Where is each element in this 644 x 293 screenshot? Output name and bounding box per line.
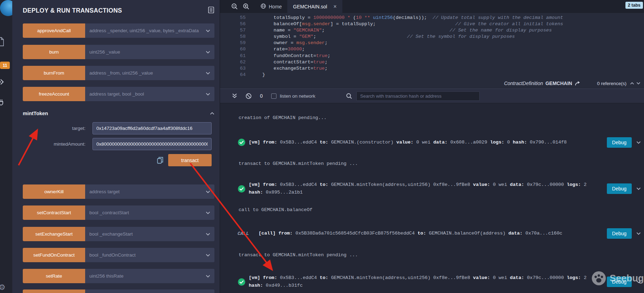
terminal-log-text: transact to GEMCHAIN.mintToken pending .… <box>220 161 644 167</box>
listen-on-network-checkbox[interactable] <box>271 93 276 99</box>
terminal-log[interactable]: creation of GEMCHAIN pending...[vm] from… <box>220 103 644 293</box>
function-row-approveAndCall: approveAndCalladdress _spender, uint256 … <box>23 23 214 38</box>
terminal-transaction-row: [vm] from: 0x5B3...eddC4 to: GEMCHAIN.mi… <box>220 274 644 289</box>
debug-button[interactable]: Debug <box>607 228 632 239</box>
terminal-search-input[interactable] <box>356 91 480 101</box>
params-placeholder: uint256 _value <box>89 49 203 55</box>
function-params-input[interactable]: bool _contractStart <box>85 205 214 220</box>
function-params-input[interactable]: bool _fundOnContract <box>85 248 214 262</box>
function-button-ownerKill[interactable]: ownerKill <box>23 184 85 199</box>
transaction-summary-line: [vm] from: 0x5B3...eddC4 to: GEMCHAIN.mi… <box>249 181 587 189</box>
deploy-run-panel: DEPLOY & RUN TRANSACTIONS approveAndCall… <box>12 0 220 293</box>
expand-sidebar-icon[interactable] <box>0 78 5 87</box>
code-text: contractStart=true; <box>246 59 328 65</box>
function-button-setExchangeStart[interactable]: setExchangeStart <box>23 227 85 241</box>
goto-definition-icon[interactable] <box>575 81 581 86</box>
function-params-input[interactable]: uint256 thisRate <box>85 269 214 283</box>
chevron-down-icon[interactable] <box>206 29 210 32</box>
function-params-input[interactable]: address _spender, uint256 _value, bytes … <box>85 23 214 38</box>
code-line: 61 fundOnContract=true; <box>220 53 644 59</box>
function-button-freezeAccount[interactable]: freezeAccount <box>23 87 85 101</box>
code-lines: 55 totalSupply = 10000000000 * (10 ** ui… <box>220 15 644 78</box>
transact-button[interactable]: transact <box>168 154 212 166</box>
chevron-down-icon[interactable] <box>206 233 210 236</box>
function-button-setFundOnContract[interactable]: setFundOnContract <box>23 248 85 262</box>
code-editor[interactable]: 55 totalSupply = 10000000000 * (10 ** ui… <box>220 13 644 78</box>
remix-ide-window: 11 ⚙ DEPLOY & RUN TRANSACTIONS approveAn… <box>0 0 644 293</box>
settings-gear-icon[interactable]: ⚙ <box>0 283 6 292</box>
code-text: exchangeStart=true; <box>246 65 328 72</box>
params-placeholder: uint256 thisRate <box>89 273 203 279</box>
function-params-input[interactable]: address _from, uint256 _value <box>85 66 214 80</box>
chevron-down-icon[interactable] <box>636 187 641 190</box>
tab-home[interactable]: Home <box>255 0 287 13</box>
line-number: 64 <box>220 72 246 78</box>
chevron-down-icon[interactable] <box>206 254 210 257</box>
mint-token-header[interactable]: mintToken <box>23 111 214 116</box>
target-input[interactable] <box>93 122 212 134</box>
transaction-summary-line: [call] from: 0x5B38Da6a701c568545dCfcB03… <box>259 230 562 237</box>
remix-logo-icon[interactable] <box>0 0 12 16</box>
chevron-down-icon[interactable] <box>206 72 210 75</box>
function-row-setFundOnContract: setFundOnContractbool _fundOnContract <box>23 248 214 262</box>
chevron-up-icon[interactable] <box>210 112 214 115</box>
mint-token-actions: transact <box>23 154 214 166</box>
chevron-down-icon[interactable] <box>206 93 210 96</box>
tabs-count-badge: 2 tabs <box>625 2 643 9</box>
debug-button[interactable]: Debug <box>607 137 632 148</box>
function-button-setRate[interactable]: setRate <box>23 269 85 283</box>
line-number: 61 <box>220 53 246 59</box>
function-row-ownerKill: ownerKilladdress target <box>23 184 214 199</box>
chevron-down-icon[interactable] <box>636 82 640 85</box>
code-line: 59 owner = msg.sender; <box>220 40 644 46</box>
tab-gemchain-sol[interactable]: GEMCHAIN.sol × <box>287 0 342 13</box>
function-params-input[interactable]: bool _exchangeStart <box>85 227 214 241</box>
params-placeholder: address target <box>89 189 203 194</box>
code-text: totalSupply = 10000000000 * (10 ** uint2… <box>246 15 563 21</box>
function-button-partial[interactable] <box>23 289 85 293</box>
function-button-approveAndCall[interactable]: approveAndCall <box>23 23 85 38</box>
clear-console-icon[interactable] <box>246 93 252 99</box>
code-text: rate=30000; <box>246 46 305 53</box>
zoom-out-icon[interactable] <box>231 3 238 10</box>
seebug-watermark-text: Seebug <box>610 273 644 284</box>
zoom-in-icon[interactable] <box>243 3 249 10</box>
function-button-burnFrom[interactable]: burnFrom <box>23 66 85 80</box>
params-placeholder: address target, bool _bool <box>89 91 203 97</box>
params-placeholder: bool _fundOnContract <box>89 252 203 258</box>
transaction-summary: [vm] from: 0x5B3...eddC4 to: GEMCHAIN.mi… <box>249 274 587 289</box>
params-placeholder: address _spender, uint256 _value, bytes … <box>89 28 203 33</box>
function-button-burn[interactable]: burn <box>23 45 85 59</box>
debug-button[interactable]: Debug <box>607 183 632 194</box>
code-line: 62 contractStart=true; <box>220 59 644 65</box>
close-tab-icon[interactable]: × <box>334 4 337 9</box>
chevron-up-icon[interactable] <box>630 82 634 85</box>
chevron-down-icon[interactable] <box>206 275 210 278</box>
copy-icon[interactable] <box>157 157 163 164</box>
function-params-input[interactable] <box>85 289 214 293</box>
plugin-manager-icon[interactable] <box>0 98 5 108</box>
transaction-summary-line: [vm] from: 0x5B3...eddC4 to: GEMCHAIN.(c… <box>249 139 567 146</box>
instances-list-icon[interactable] <box>208 7 214 15</box>
chevron-down-icon[interactable] <box>206 51 210 54</box>
transaction-summary: [vm] from: 0x5B3...eddC4 to: GEMCHAIN.mi… <box>249 181 587 196</box>
notification-badge: 11 <box>0 62 10 69</box>
function-row-partial <box>23 289 214 293</box>
function-params-input[interactable]: address target, bool _bool <box>85 87 214 101</box>
chevron-down-icon[interactable] <box>206 211 210 214</box>
expand-terminal-icon[interactable] <box>232 93 237 99</box>
function-params-input[interactable]: uint256 _value <box>85 45 214 59</box>
line-number: 62 <box>220 59 246 65</box>
params-placeholder: bool _exchangeStart <box>89 231 203 237</box>
chevron-down-icon[interactable] <box>636 141 641 144</box>
chevron-down-icon[interactable] <box>206 190 210 193</box>
file-explorer-icon[interactable] <box>0 37 5 48</box>
ast-node-name: GEMCHAIN <box>546 81 572 86</box>
function-button-setContractStart[interactable]: setContractStart <box>23 205 85 220</box>
minted-amount-input[interactable] <box>93 138 212 150</box>
success-check-icon <box>238 138 249 146</box>
chevron-down-icon[interactable] <box>636 232 641 235</box>
editor-tabbar: Home GEMCHAIN.sol × 2 tabs <box>220 0 644 13</box>
function-params-input[interactable]: address target <box>85 184 214 199</box>
line-number: 57 <box>220 27 246 34</box>
